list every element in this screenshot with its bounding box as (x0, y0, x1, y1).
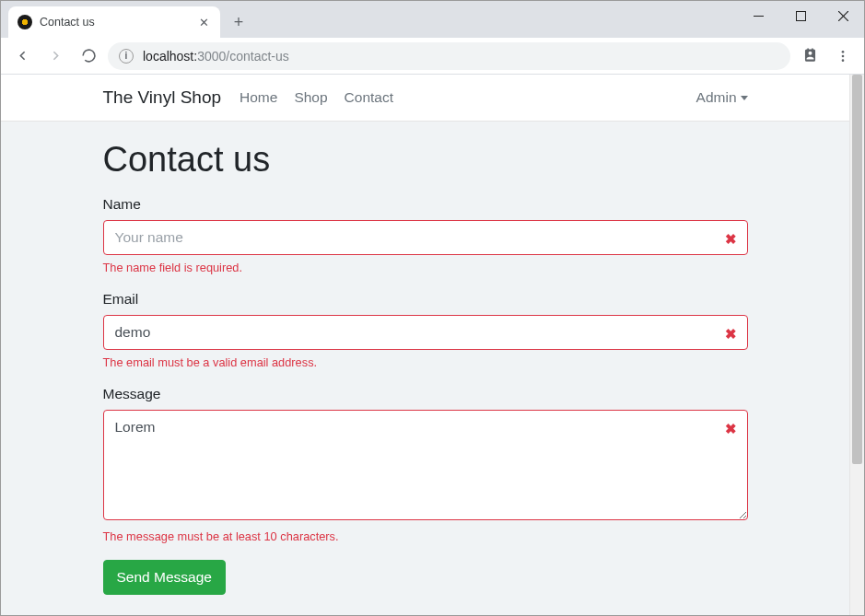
browser-toolbar: i localhost:3000/contact-us (1, 38, 864, 75)
site-info-icon[interactable]: i (119, 49, 134, 64)
address-bar[interactable]: i localhost:3000/contact-us (108, 42, 790, 70)
close-window-button[interactable] (822, 1, 864, 30)
browser-tab[interactable]: Contact us ✕ (8, 6, 220, 38)
message-textarea[interactable] (103, 410, 748, 520)
svg-point-6 (842, 59, 845, 62)
send-message-button[interactable]: Send Message (103, 560, 226, 595)
kebab-menu-icon[interactable] (829, 42, 857, 70)
page-title: Contact us (103, 140, 748, 180)
back-button[interactable] (8, 42, 36, 70)
svg-point-4 (842, 51, 845, 53)
error-name: The name field is required. (103, 261, 748, 274)
chevron-down-icon (741, 96, 748, 100)
svg-point-5 (842, 54, 845, 57)
brand[interactable]: The Vinyl Shop (103, 87, 222, 108)
name-input[interactable] (103, 220, 748, 255)
reload-button[interactable] (75, 42, 102, 70)
svg-rect-1 (796, 11, 805, 20)
viewport: The Vinyl Shop Home Shop Contact Admin C… (1, 75, 864, 615)
maximize-button[interactable] (779, 1, 822, 30)
form-group-email: Email ✖ The email must be a valid email … (103, 291, 748, 369)
nav-link-shop[interactable]: Shop (294, 89, 327, 106)
form-group-message: Message ✖ The message must be at least 1… (103, 386, 748, 543)
minimize-button[interactable] (737, 1, 779, 30)
content: Contact us Name ✖ The name field is requ… (103, 122, 748, 615)
browser-titlebar: Contact us ✕ + (1, 1, 864, 38)
error-email: The email must be a valid email address. (103, 355, 748, 369)
label-email: Email (103, 291, 748, 308)
window-controls (737, 1, 864, 30)
url-text: localhost:3000/contact-us (143, 49, 289, 64)
favicon-icon (18, 15, 32, 29)
tab-strip: Contact us ✕ + (1, 1, 251, 38)
scrollbar-thumb[interactable] (852, 75, 862, 464)
label-message: Message (103, 386, 748, 402)
forward-button[interactable] (41, 42, 69, 70)
tab-title: Contact us (40, 16, 196, 29)
admin-label: Admin (696, 89, 737, 106)
account-icon[interactable] (796, 42, 824, 70)
browser-window: Contact us ✕ + i (0, 0, 865, 616)
vertical-scrollbar[interactable] (849, 75, 864, 615)
nav-link-contact[interactable]: Contact (345, 89, 393, 106)
label-name: Name (103, 196, 748, 213)
new-tab-button[interactable]: + (226, 9, 251, 35)
page: The Vinyl Shop Home Shop Contact Admin C… (1, 75, 849, 615)
nav-link-home[interactable]: Home (240, 89, 277, 106)
email-input[interactable] (103, 315, 748, 350)
site-navbar: The Vinyl Shop Home Shop Contact Admin (1, 75, 849, 122)
error-message: The message must be at least 10 characte… (103, 529, 748, 543)
admin-dropdown[interactable]: Admin (696, 89, 748, 106)
form-group-name: Name ✖ The name field is required. (103, 196, 748, 274)
close-tab-icon[interactable]: ✕ (196, 15, 211, 29)
